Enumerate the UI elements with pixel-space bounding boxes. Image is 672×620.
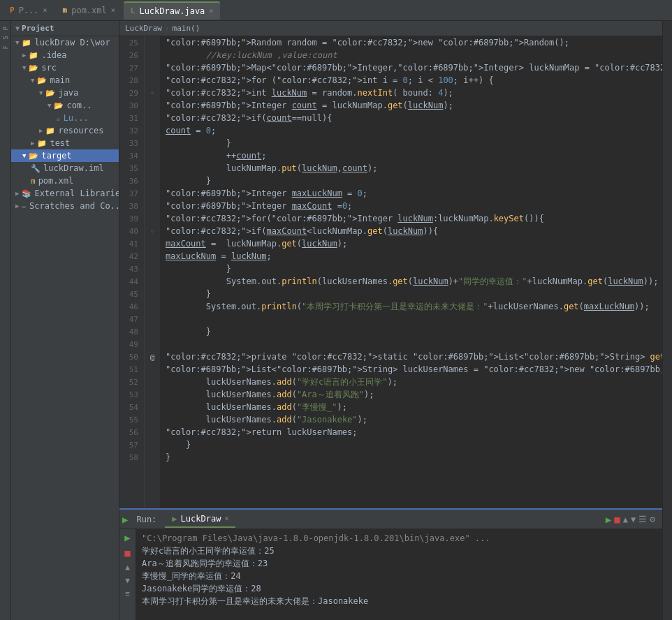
code-line: luckUserNames.add("李慢慢_");: [166, 401, 657, 413]
sidebar-iml-label: luckDraw.iml: [43, 163, 104, 173]
arrow-target: ▼: [22, 152, 26, 159]
code-line: luckUserNames.add("学好c语言的小王同学");: [166, 376, 657, 388]
sidebar-item-main[interactable]: ▼ 📂 main: [11, 74, 119, 87]
arrow-icon2: ▶: [22, 52, 26, 59]
tab-pom-close[interactable]: ×: [111, 6, 115, 14]
code-line: ++count;: [166, 149, 657, 162]
tab-java-icon: L: [131, 6, 136, 15]
gutter-marker: [145, 363, 160, 376]
line-number: 32: [122, 124, 138, 137]
gutter-marker: [145, 200, 160, 212]
code-line: "color:#cc7832;">if(maxCount<luckNumMap.…: [166, 225, 657, 237]
tab-project[interactable]: P P... ×: [3, 1, 54, 20]
line-number: 40: [122, 225, 138, 237]
sidebar-item-resources[interactable]: ▶ 📁 resources: [11, 124, 119, 137]
gutter-marker: [145, 61, 160, 74]
sidebar-luckdraw-label: luckDraw D:\wor: [34, 38, 110, 47]
sidebar-item-test[interactable]: ▶ 📁 test: [11, 137, 119, 149]
line-number: 28: [122, 74, 138, 87]
code-line: "color:#6897bb;">Random random = "color:…: [166, 36, 657, 49]
tab-p-label: P...: [19, 6, 39, 15]
bottom-tab-close[interactable]: ×: [224, 515, 228, 522]
bottom-controls: ▶ ■ ▲ ▼ ☰ ⚙: [606, 514, 659, 525]
breadcrumb-luckdraw[interactable]: LuckDraw: [125, 24, 162, 33]
console-down-btn[interactable]: ▼: [125, 576, 130, 585]
bottom-tab-luckdraw[interactable]: ▶ LuckDraw ×: [165, 511, 235, 528]
code-line: "color:#6897bb;">Integer count = luckNum…: [166, 99, 657, 112]
tab-luckdraw[interactable]: L LuckDraw.java ×: [124, 1, 221, 20]
code-line: }: [166, 175, 657, 187]
line-number: 33: [122, 137, 138, 149]
breadcrumb-main[interactable]: main(): [173, 24, 200, 33]
sidebar-item-extlibs[interactable]: ▶ 📚 External Libraries: [11, 187, 119, 200]
tab-p-close[interactable]: ×: [43, 6, 48, 14]
sidebar-item-scratches[interactable]: ▶ ✏️ Scratches and Co...: [11, 200, 119, 212]
test-folder-icon: 📁: [37, 139, 47, 148]
tab-luckdraw-close[interactable]: ×: [209, 7, 213, 15]
run-button[interactable]: ▶: [122, 514, 128, 525]
sidebar-item-com[interactable]: ▼ 📂 com..: [11, 99, 119, 112]
scroll-up-button[interactable]: ▲: [623, 515, 628, 524]
favorites-icon[interactable]: F: [2, 45, 9, 49]
com-folder-icon: 📂: [54, 101, 64, 110]
tab-pom-icon: m: [63, 6, 68, 15]
sidebar-item-src[interactable]: ▼ 📂 src: [11, 61, 119, 74]
gutter-marker: [145, 438, 160, 451]
line-number: 45: [122, 288, 138, 300]
line-number: 56: [122, 426, 138, 438]
scroll-down-button[interactable]: ▼: [631, 515, 636, 524]
gutter-marker: [145, 99, 160, 112]
sidebar-item-iml[interactable]: 🔧 luckDraw.iml: [11, 162, 119, 175]
arrow-main: ▼: [31, 77, 34, 84]
console-run-btn[interactable]: ▶: [124, 532, 130, 543]
gutter-marker: [145, 426, 160, 438]
sidebar-item-target[interactable]: ▼ 📂 target: [11, 149, 119, 162]
console-body: ▶ ■ ▲ ▼ ≡ "C:\Program Files\Java\java-1.…: [119, 529, 662, 620]
gutter-marker: [145, 300, 160, 313]
console-stop-btn[interactable]: ■: [124, 547, 130, 559]
code-line: "color:#6897bb;">List<"color:#6897bb;">S…: [166, 363, 657, 376]
tab-p-icon: P: [10, 6, 15, 15]
sidebar-item-lu[interactable]: ☕ Lu...: [11, 112, 119, 124]
settings-button[interactable]: ⚙: [650, 514, 655, 524]
code-line: "color:#cc7832;">return luckUserNames;: [166, 426, 657, 438]
bottom-tab-run[interactable]: Run:: [129, 511, 163, 528]
code-line: }: [166, 325, 657, 338]
line-number: 25: [122, 36, 138, 49]
sidebar-item-idea[interactable]: ▶ 📁 .idea: [11, 49, 119, 61]
console-misc-btn[interactable]: ≡: [125, 589, 130, 598]
gutter-marker: [145, 288, 160, 300]
structure-icon[interactable]: S: [2, 36, 9, 39]
code-line: "color:#cc7832;">for ("color:#cc7832;">i…: [166, 74, 657, 87]
code-content[interactable]: "color:#6897bb;">Random random = "color:…: [160, 36, 662, 508]
line-number: 53: [122, 388, 138, 401]
code-line: "color:#cc7832;">int luckNum = random.ne…: [166, 87, 657, 99]
project-folder-icon: 📁: [22, 38, 31, 47]
line-number: 26: [122, 49, 138, 61]
sidebar-target-label: target: [41, 151, 71, 161]
res-folder-icon: 📁: [45, 126, 55, 135]
line-number: 46: [122, 300, 138, 313]
lu-file-icon: ☕: [56, 114, 61, 123]
sidebar-item-java[interactable]: ▼ 📂 java: [11, 87, 119, 99]
bottom-luckdraw-label: LuckDraw: [181, 514, 221, 524]
gutter-marker: [145, 313, 160, 325]
code-line: "color:#cc7832;">for("color:#6897bb;">In…: [166, 212, 657, 225]
gutter-marker: [145, 388, 160, 401]
sidebar-item-pom[interactable]: m pom.xml: [11, 175, 119, 187]
filter-button[interactable]: ☰: [638, 514, 647, 524]
gutter-marker: [145, 36, 160, 49]
sidebar-item-luckdraw[interactable]: ▼ 📁 luckDraw D:\wor: [11, 36, 119, 49]
line-number: 41: [122, 237, 138, 250]
sidebar-pom-label: pom.xml: [38, 176, 74, 186]
gutter-marker: [145, 413, 160, 426]
arrow-res: ▶: [39, 127, 43, 134]
src-folder-icon: 📂: [29, 64, 38, 73]
stop-button[interactable]: ■: [614, 514, 620, 525]
tab-pom[interactable]: m pom.xml ×: [56, 1, 122, 20]
console-up-btn[interactable]: ▲: [125, 563, 130, 572]
code-line: [166, 313, 657, 325]
project-icon[interactable]: P: [2, 27, 9, 30]
run-again-button[interactable]: ▶: [606, 514, 611, 525]
code-line: "color:#cc7832;">if(count==null){: [166, 112, 657, 124]
